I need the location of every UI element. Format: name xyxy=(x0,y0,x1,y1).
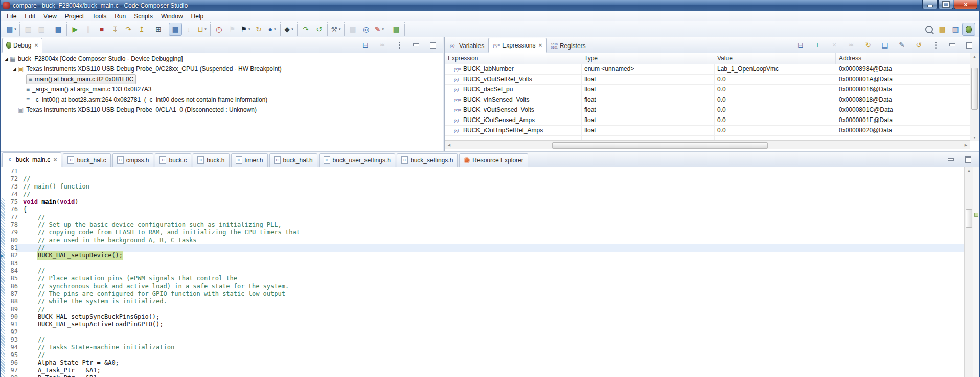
stack-frame[interactable]: ≡_c_int00() at boot28.asm:264 0x082781 (… xyxy=(26,96,267,103)
code-line[interactable]: 96 Alpha_State_Ptr = &A0; xyxy=(1,359,965,367)
editor-tab-buck-hal-h[interactable]: cbuck_hal.h xyxy=(269,153,317,167)
code-line[interactable]: 72// xyxy=(1,175,965,183)
code-line[interactable]: 97 A_Task_Ptr = &A1; xyxy=(1,367,965,374)
build-icon[interactable]: ⚒▾ xyxy=(329,23,343,36)
code-line[interactable]: 93 // xyxy=(1,336,965,344)
code-line[interactable]: 81 // xyxy=(1,244,965,252)
code-line[interactable]: 89 // xyxy=(1,305,965,313)
expression-row[interactable]: (x)=BUCK_dacSet_pufloat0.00x00008016@Dat… xyxy=(445,84,970,95)
console-icon[interactable]: ▤ xyxy=(346,23,359,36)
add-expression-icon[interactable]: + xyxy=(811,39,824,52)
editor-tab-buck-settings-h[interactable]: cbuck_settings.h xyxy=(397,153,458,167)
remove-all-terminated-icon[interactable]: ×× xyxy=(376,39,389,52)
collapse-all-icon[interactable]: ⊟ xyxy=(794,39,807,52)
close-window-button[interactable]: × xyxy=(954,0,977,9)
menu-help[interactable]: Help xyxy=(187,12,208,21)
load-program-icon[interactable]: ⊔▾ xyxy=(195,23,209,36)
debug-tree-node[interactable]: ≡_c_int00() at boot28.asm:264 0x082781 (… xyxy=(1,95,443,105)
menu-project[interactable]: Project xyxy=(61,12,88,21)
tab-registers[interactable]: 10100101Registers xyxy=(547,39,590,53)
new-watch-window-icon[interactable]: ▤ xyxy=(878,39,892,52)
search-icon[interactable] xyxy=(922,23,936,36)
editor-tab-buck-main-c[interactable]: cbuck_main.c× xyxy=(2,152,61,167)
menu-view[interactable]: View xyxy=(39,12,61,21)
expression-row[interactable]: (x)=BUCK_vOutSensed_Voltsfloat0.00x00008… xyxy=(445,105,970,115)
code-line[interactable]: 91 BUCK_HAL_setupActiveLoadPinGPIO(); xyxy=(1,321,965,328)
code-line[interactable]: 90 BUCK_HAL_setupSyncBuckPinsGpio(); xyxy=(1,313,965,321)
menu-edit[interactable]: Edit xyxy=(20,12,39,21)
code-line[interactable]: 80 // are used in the background A, B, C… xyxy=(1,237,965,244)
tree-expander-icon[interactable]: ◢ xyxy=(3,57,10,61)
maximize-editor-icon[interactable] xyxy=(962,153,975,166)
code-line[interactable]: 86 // synchronous buck and active load) … xyxy=(1,282,965,290)
save-all-icon[interactable]: ▥ xyxy=(35,23,48,36)
edit-watch-icon[interactable]: ✎ xyxy=(895,39,908,52)
code-line[interactable]: 78 // Set up the basic device configurat… xyxy=(1,221,965,229)
editor-tab-timer-h[interactable]: ctimer.h xyxy=(231,153,268,167)
profile-clock-icon[interactable]: ◷ xyxy=(212,23,225,36)
pin-flag-disabled-icon[interactable]: ⚑ xyxy=(225,23,239,36)
tab-variables[interactable]: (x)=Variables xyxy=(446,39,488,53)
tab-expressions[interactable]: (x)=Expressions× xyxy=(488,38,546,53)
step-over-icon[interactable]: ↷ xyxy=(122,23,135,36)
close-icon[interactable]: × xyxy=(34,42,38,49)
stack-frame[interactable]: ▣Texas Instruments XDS110 USB Debug Prob… xyxy=(18,65,282,73)
connect-target-icon[interactable]: ↷ xyxy=(299,23,312,36)
analysis-icon[interactable]: ◎ xyxy=(359,23,373,36)
minimize-window-button[interactable] xyxy=(922,0,938,9)
stack-frame[interactable]: ▣Texas Instruments XDS110 USB Debug Prob… xyxy=(18,106,257,113)
flash-icon[interactable]: ✎▾ xyxy=(373,23,386,36)
code-line[interactable]: 88 // while the system is initialized. xyxy=(1,298,965,305)
code-line[interactable]: 84 // xyxy=(1,267,965,275)
assembly-step-icon[interactable]: ↓ xyxy=(182,23,195,36)
editor-tab-buck-h[interactable]: cbuck.h xyxy=(193,153,229,167)
code-line[interactable]: 73// main() function xyxy=(1,183,965,191)
tab-debug[interactable]: Debug × xyxy=(2,38,42,53)
debug-tree-node[interactable]: ≡main() at buck_main.c:82 0x081F0C xyxy=(1,74,443,84)
column-header-type[interactable]: Type xyxy=(581,53,714,64)
save-icon[interactable]: ▥ xyxy=(21,23,35,36)
restart-icon[interactable]: ●▾ xyxy=(265,23,279,36)
disconnect-target-icon[interactable]: ↺ xyxy=(312,23,326,36)
open-perspective-icon[interactable]: ▤ xyxy=(936,23,949,36)
expression-row[interactable]: (x)=BUCK_vInSensed_Voltsfloat0.00x000080… xyxy=(445,95,970,105)
code-line[interactable]: 85 // Place actuation pins (ePWM signals… xyxy=(1,275,965,282)
minimize-panel-icon[interactable] xyxy=(946,39,959,52)
code-line[interactable]: 94 // Tasks State-machine initialization xyxy=(1,344,965,351)
view-menu-icon[interactable] xyxy=(393,39,406,52)
editor-tab-buck-c[interactable]: cbuck.c xyxy=(155,153,191,167)
new-view-icon[interactable]: ▤ xyxy=(390,23,403,36)
flag-icon[interactable]: ⚑▾ xyxy=(239,23,252,36)
collapse-all-icon[interactable]: ⊟ xyxy=(359,39,372,52)
minimize-panel-icon[interactable] xyxy=(409,39,423,52)
reload-values-icon[interactable]: ↺ xyxy=(912,39,925,52)
code-line[interactable]: 75void main(void) xyxy=(1,198,965,206)
exec-line-marker[interactable] xyxy=(974,213,978,217)
step-into-icon[interactable]: ↧ xyxy=(108,23,122,36)
maximize-panel-icon[interactable] xyxy=(426,39,440,52)
code-line[interactable]: 71 xyxy=(1,168,965,175)
close-icon[interactable]: × xyxy=(53,156,57,163)
expressions-vertical-scrollbar[interactable]: ▲ ▼ xyxy=(970,53,979,141)
tree-expander-icon[interactable]: ◢ xyxy=(11,67,18,72)
code-line[interactable]: 82 BUCK_HAL_setupDevice();▶ xyxy=(1,252,965,260)
ccs-edit-perspective-icon[interactable]: ▥ xyxy=(949,23,962,36)
terminate-icon[interactable]: ■ xyxy=(95,23,108,36)
expressions-horizontal-scrollbar[interactable]: ◀ ▶ xyxy=(445,140,970,149)
code-line[interactable]: 87 // The pins are configured for GPIO f… xyxy=(1,290,965,298)
menu-window[interactable]: Window xyxy=(157,12,187,21)
code-line[interactable]: 79 // copying code from FLASH to RAM, an… xyxy=(1,229,965,237)
new-button-icon[interactable]: ▤▾ xyxy=(5,23,18,36)
ccs-debug-perspective-icon[interactable] xyxy=(962,23,975,36)
debug-tree-node[interactable]: ≡_args_main() at args_main.c:133 0x0827A… xyxy=(1,84,443,95)
code-line[interactable]: 92 xyxy=(1,328,965,336)
code-line[interactable]: 74// xyxy=(1,191,965,198)
view-menu-icon[interactable] xyxy=(929,39,942,52)
remove-expression-icon[interactable]: × xyxy=(828,39,841,52)
reset-cpu-icon[interactable]: ↻ xyxy=(252,23,265,36)
menu-scripts[interactable]: Scripts xyxy=(130,12,157,21)
code-line[interactable]: 77 // xyxy=(1,214,965,221)
menu-file[interactable]: File xyxy=(3,12,20,21)
editor-tab-buck-user-settings-h[interactable]: cbuck_user_settings.h xyxy=(319,153,395,167)
editor-vertical-scrollbar[interactable]: ▲ xyxy=(964,167,973,377)
